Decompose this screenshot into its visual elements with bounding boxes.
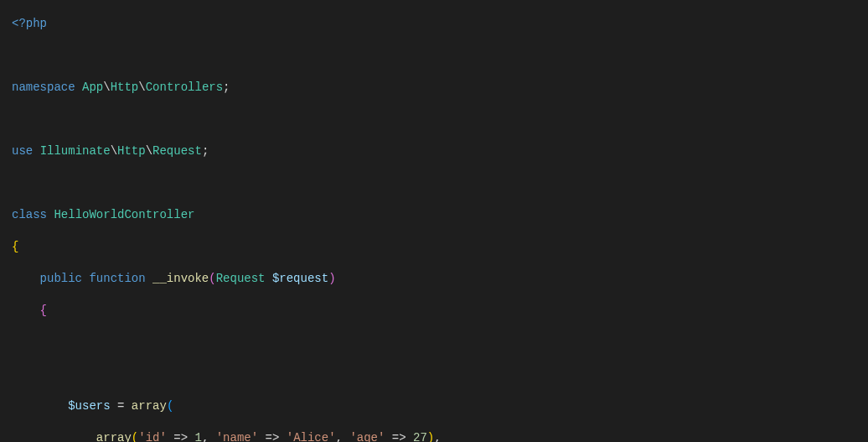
paren-open: ( xyxy=(209,272,215,285)
code-line: namespace App\Http\Controllers; xyxy=(12,80,856,96)
function-name: __invoke xyxy=(152,272,209,285)
code-line xyxy=(12,48,856,64)
namespace-segment: App xyxy=(82,81,103,94)
users-array-rows: array('id' => 1, 'name' => 'Alice', 'age… xyxy=(12,430,856,442)
array-function: array xyxy=(132,399,167,413)
class-name: HelloWorldController xyxy=(54,208,194,221)
code-line xyxy=(12,367,856,382)
users-variable: $users xyxy=(68,399,110,413)
param-variable: $request xyxy=(272,272,328,285)
class-keyword: class xyxy=(12,208,47,221)
use-segment: Request xyxy=(152,144,202,158)
use-segment: Illuminate xyxy=(40,144,111,158)
namespace-segment: Http xyxy=(111,81,139,94)
name-value: 'Alice' xyxy=(287,431,336,442)
brace-open: { xyxy=(40,304,47,317)
id-value: 1 xyxy=(194,431,201,442)
code-line: { xyxy=(12,239,856,255)
code-line: public function __invoke(Request $reques… xyxy=(12,271,856,287)
code-line: <?php xyxy=(12,16,856,32)
code-line: $users = array( xyxy=(12,398,856,414)
code-line xyxy=(12,175,856,191)
brace-open: { xyxy=(12,240,18,253)
function-keyword: function xyxy=(89,272,145,285)
param-type: Request xyxy=(216,272,266,285)
public-keyword: public xyxy=(40,272,82,285)
age-value: 27 xyxy=(413,431,427,442)
code-line: class HelloWorldController xyxy=(12,207,856,223)
array-row: array('id' => 1, 'name' => 'Alice', 'age… xyxy=(12,430,856,442)
code-line: { xyxy=(12,303,856,319)
code-line: use Illuminate\Http\Request; xyxy=(12,143,856,159)
key-age: 'age' xyxy=(349,431,385,442)
php-open-tag: <?php xyxy=(12,17,47,30)
namespace-keyword: namespace xyxy=(12,81,75,94)
array-function: array xyxy=(96,431,132,442)
use-segment: Http xyxy=(117,144,146,158)
key-name: 'name' xyxy=(216,431,258,442)
code-line xyxy=(12,112,856,127)
paren-open: ( xyxy=(167,399,173,413)
key-id: 'id' xyxy=(138,431,167,442)
paren-close: ) xyxy=(328,272,335,285)
namespace-segment: Controllers xyxy=(146,81,223,94)
use-keyword: use xyxy=(12,144,33,158)
code-line xyxy=(12,335,856,351)
code-editor[interactable]: <?php namespace App\Http\Controllers; us… xyxy=(0,0,868,442)
